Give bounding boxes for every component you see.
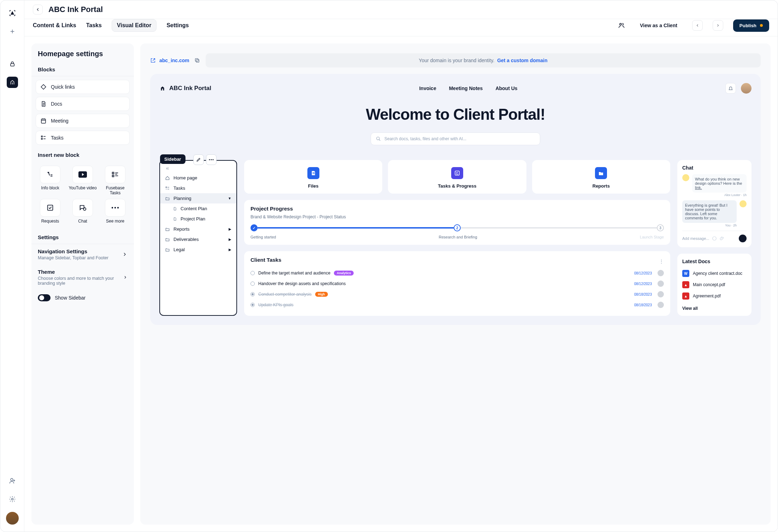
sidebar-item-tasks[interactable]: Tasks (160, 183, 236, 193)
svg-point-1 (11, 478, 13, 481)
sidebar-item-legal[interactable]: Legal▶ (160, 244, 236, 255)
custom-domain-link[interactable]: Get a custom domain (497, 58, 547, 63)
sidebar-item-deliverables[interactable]: Deliverables▶ (160, 234, 236, 244)
block-docs[interactable]: Docs (36, 97, 130, 111)
logo-icon[interactable] (7, 7, 18, 19)
workspace-icon[interactable] (7, 77, 18, 88)
tile-reports[interactable]: Reports (532, 160, 670, 194)
blocks-header: Blocks (31, 63, 134, 76)
add-icon[interactable] (7, 26, 18, 37)
view-all-link[interactable]: View all (682, 306, 747, 311)
bell-icon[interactable] (725, 83, 736, 94)
settings-panel: Homepage settings Blocks Quick links Doc… (31, 43, 134, 525)
chat-send-button[interactable] (739, 235, 747, 242)
insert-info-block[interactable]: Info block (36, 166, 65, 195)
tabs-row: Content & Links Tasks Visual Editor Sett… (24, 19, 778, 36)
portal-avatar[interactable] (741, 83, 752, 94)
domain-banner: Your domain is your brand identity. Get … (206, 53, 761, 67)
svg-point-20 (212, 159, 213, 160)
user-switch-icon[interactable] (618, 22, 625, 29)
copy-icon[interactable] (194, 58, 200, 63)
block-tasks[interactable]: Tasks (36, 131, 130, 145)
doc-row[interactable]: WAgency client contract.doc (682, 268, 747, 279)
progress-node-2: 2 (454, 224, 461, 231)
chat-input[interactable]: Add message... (682, 231, 747, 242)
sidebar-more-icon[interactable] (206, 154, 217, 165)
svg-point-17 (377, 137, 379, 140)
progress-node-1: ✓ (251, 224, 258, 231)
lock-icon[interactable] (7, 58, 18, 70)
sidebar-item-reports[interactable]: Reports▶ (160, 224, 236, 234)
portal-search[interactable]: Search docs, tasks, files and other with… (371, 132, 540, 145)
back-button[interactable] (33, 5, 43, 14)
tab-visual-editor[interactable]: Visual Editor (112, 19, 157, 32)
tab-content-links[interactable]: Content & Links (33, 19, 76, 31)
portal-preview: ABC Ink Portal Invoice Meeting Notes Abo… (150, 74, 761, 325)
navigation-settings[interactable]: Navigation Settings Manage Sidebar, Topb… (31, 244, 134, 265)
add-user-icon[interactable] (7, 475, 18, 486)
insert-youtube-video[interactable]: YouTube video (68, 166, 97, 195)
svg-point-11 (83, 208, 86, 210)
publish-button[interactable]: Publish (733, 19, 769, 32)
svg-point-19 (211, 159, 212, 160)
task-row[interactable]: Define the target market and audience An… (251, 268, 664, 278)
portal-nav-invoice[interactable]: Invoice (419, 85, 436, 91)
sidebar-edit-icon[interactable] (193, 154, 204, 165)
insert-see-more[interactable]: See more (101, 199, 130, 224)
tile-files[interactable]: Files (244, 160, 382, 194)
sidebar-item-planning[interactable]: Planning▼ (160, 193, 236, 203)
task-row[interactable]: Update KPIs goals 08/18/2023 (251, 300, 664, 310)
svg-point-2 (11, 498, 13, 500)
svg-rect-0 (10, 64, 14, 66)
svg-rect-10 (48, 205, 53, 211)
svg-rect-8 (112, 172, 114, 174)
sidebar-item-project-plan[interactable]: Project Plan (160, 214, 236, 224)
doc-row[interactable]: ▲Main concept.pdf (682, 279, 747, 290)
emoji-icon[interactable] (712, 236, 717, 241)
show-sidebar-toggle[interactable] (38, 294, 51, 301)
svg-point-12 (112, 207, 113, 208)
sidebar-editor[interactable]: Sidebar Home page Tasks Planning▼ Conten… (159, 160, 237, 316)
tab-settings[interactable]: Settings (166, 19, 189, 31)
task-row[interactable]: Handover the design assets and specifica… (251, 278, 664, 289)
sidebar-tag: Sidebar (160, 154, 185, 164)
nav-next-button[interactable] (713, 20, 723, 31)
svg-rect-22 (455, 171, 459, 175)
sidebar-item-home[interactable]: Home page (160, 173, 236, 183)
tab-tasks[interactable]: Tasks (86, 19, 102, 31)
portal-hero: Welcome to Client Portal! (159, 106, 752, 123)
user-avatar[interactable] (6, 512, 19, 525)
avatar (682, 174, 689, 181)
block-quick-links[interactable]: Quick links (36, 80, 130, 94)
sidebar-item-content-plan[interactable]: Content Plan (160, 203, 236, 214)
insert-header: Insert new block (31, 148, 134, 161)
client-tasks-panel: Client Tasks ⋮ Define the target market … (244, 251, 670, 316)
search-icon (376, 136, 381, 141)
portal-nav-about[interactable]: About Us (495, 85, 517, 91)
svg-rect-4 (41, 119, 46, 123)
insert-requests[interactable]: Requests (36, 199, 65, 224)
portal-nav-notes[interactable]: Meeting Notes (449, 85, 483, 91)
tile-tasks[interactable]: Tasks & Progress (388, 160, 526, 194)
show-sidebar-label: Show Sidebar (55, 295, 86, 301)
progress-node-3: 3 (657, 224, 664, 231)
docs-panel: Latest Docs WAgency client contract.doc … (677, 254, 752, 316)
insert-chat[interactable]: Chat (68, 199, 97, 224)
domain-link[interactable]: abc_inc.com (150, 58, 200, 63)
left-rail (0, 0, 24, 532)
nav-prev-button[interactable] (692, 20, 703, 31)
status-dot (760, 24, 763, 27)
attach-icon[interactable] (720, 236, 725, 241)
task-row[interactable]: Conduct competitor analysis High 08/18/2… (251, 289, 664, 300)
doc-row[interactable]: ▲Agreement.pdf (682, 290, 747, 302)
settings-title: Homepage settings (31, 50, 134, 63)
view-as-client[interactable]: View as a Client (640, 23, 677, 28)
insert-fusebase-tasks[interactable]: Fusebase Tasks (101, 166, 130, 195)
sidebar-collapse-icon[interactable] (160, 164, 236, 173)
svg-rect-5 (41, 136, 42, 137)
block-meeting[interactable]: Meeting (36, 114, 130, 128)
more-icon[interactable]: ⋮ (659, 259, 664, 264)
theme-settings[interactable]: Theme Choose colors and more to match yo… (31, 265, 134, 290)
gear-icon[interactable] (7, 493, 18, 505)
portal-brand: ABC Ink Portal (159, 85, 211, 92)
